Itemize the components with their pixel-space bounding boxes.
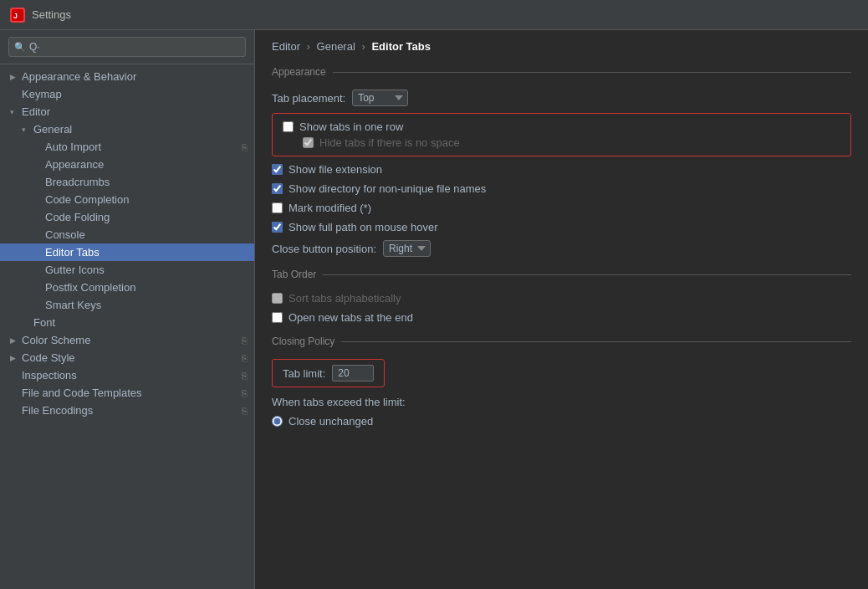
show-tabs-row-box: 不勾选 Show tabs in one row Hide tabs if th… xyxy=(272,113,851,156)
copy-icon: ⎘ xyxy=(242,335,248,346)
sidebar: 🔍 ▶ Appearance & Behavior Keymap ▾ Edito… xyxy=(0,30,255,589)
svg-text:J: J xyxy=(13,12,18,20)
sort-alphabetically-label[interactable]: Sort tabs alphabetically xyxy=(288,292,401,305)
show-full-path-label[interactable]: Show full path on mouse hover xyxy=(288,221,438,233)
arrow-icon: ▶ xyxy=(10,336,22,345)
sidebar-item-file-code-templates[interactable]: File and Code Templates ⎘ xyxy=(0,384,254,402)
close-unchanged-label[interactable]: Close unchanged xyxy=(288,415,373,428)
open-new-tabs-row: Open new tabs at the end xyxy=(272,311,851,324)
tab-limit-box: Tab limit: xyxy=(272,359,385,387)
show-full-path-row: Show full path on mouse hover xyxy=(272,221,851,233)
show-directory-checkbox[interactable] xyxy=(272,183,283,194)
sidebar-item-inspections[interactable]: Inspections ⎘ xyxy=(0,366,254,384)
show-directory-label[interactable]: Show directory for non-unique file names xyxy=(288,182,486,195)
sidebar-item-file-encodings[interactable]: File Encodings ⎘ xyxy=(0,402,254,419)
sidebar-item-editor[interactable]: ▾ Editor xyxy=(0,103,254,120)
close-button-row: Close button position: Right Left None xyxy=(272,240,851,257)
sidebar-item-editor-tabs[interactable]: Editor Tabs xyxy=(0,243,254,261)
copy-icon: ⎘ xyxy=(242,388,248,398)
title-bar: J Settings xyxy=(0,0,868,30)
sidebar-item-code-folding[interactable]: Code Folding xyxy=(0,208,254,226)
when-tabs-exceed-label: When tabs exceed the limit: xyxy=(272,396,851,408)
open-new-tabs-checkbox[interactable] xyxy=(272,312,283,323)
close-unchanged-radio[interactable] xyxy=(272,416,283,427)
open-new-tabs-label[interactable]: Open new tabs at the end xyxy=(288,311,413,324)
sort-alphabetically-row: Sort tabs alphabetically xyxy=(272,292,851,305)
breadcrumb-sep-1: › xyxy=(307,40,310,53)
sidebar-item-smart-keys[interactable]: Smart Keys xyxy=(0,296,254,314)
content-area: Editor › General › Editor Tabs Appearanc… xyxy=(255,30,868,589)
sidebar-item-breadcrumbs[interactable]: Breadcrumbs xyxy=(0,173,254,191)
copy-icon: ⎘ xyxy=(242,371,248,381)
show-full-path-checkbox[interactable] xyxy=(272,222,283,233)
hide-tabs-label[interactable]: Hide tabs if there is no space xyxy=(319,136,460,149)
sidebar-item-general[interactable]: ▾ General xyxy=(0,120,254,138)
breadcrumb-editor: Editor xyxy=(272,40,300,53)
hide-tabs-checkbox[interactable] xyxy=(303,137,314,148)
sidebar-item-appearance-behavior[interactable]: ▶ Appearance & Behavior xyxy=(0,68,254,85)
breadcrumb-sep-2: › xyxy=(361,40,365,53)
close-button-label: Close button position: xyxy=(272,243,376,255)
copy-icon: ⎘ xyxy=(242,353,248,363)
sidebar-item-gutter-icons[interactable]: Gutter Icons xyxy=(0,261,254,279)
sidebar-item-keymap[interactable]: Keymap xyxy=(0,85,254,103)
show-file-extension-checkbox[interactable] xyxy=(272,164,283,175)
sidebar-item-font[interactable]: Font xyxy=(0,314,254,331)
tab-placement-row: Tab placement: Top Left Bottom Right xyxy=(272,90,851,106)
arrow-icon: ▶ xyxy=(10,354,22,362)
hide-tabs-row: Hide tabs if there is no space xyxy=(303,136,840,149)
sidebar-item-code-style[interactable]: ▶ Code Style ⎘ xyxy=(0,349,254,366)
mark-modified-label[interactable]: Mark modified (*) xyxy=(288,202,371,214)
copy-icon: ⎘ xyxy=(242,142,248,152)
breadcrumb: Editor › General › Editor Tabs xyxy=(255,30,868,59)
sidebar-item-appearance[interactable]: Appearance xyxy=(0,156,254,173)
sidebar-item-color-scheme[interactable]: ▶ Color Scheme ⎘ xyxy=(0,331,254,349)
breadcrumb-editor-tabs: Editor Tabs xyxy=(371,40,431,53)
search-icon: 🔍 xyxy=(14,42,26,53)
sidebar-item-code-completion[interactable]: Code Completion xyxy=(0,191,254,208)
tab-order-section-header: Tab Order xyxy=(272,269,851,280)
closing-policy-section-header: Closing Policy xyxy=(272,335,851,347)
arrow-icon: ▾ xyxy=(22,125,33,134)
show-tabs-label[interactable]: Show tabs in one row xyxy=(299,120,403,133)
sidebar-item-postfix-completion[interactable]: Postfix Completion xyxy=(0,279,254,296)
sidebar-item-console[interactable]: Console xyxy=(0,226,254,243)
close-button-select[interactable]: Right Left None xyxy=(383,240,431,257)
tab-limit-label: Tab limit: xyxy=(283,367,325,380)
mark-modified-row: Mark modified (*) xyxy=(272,202,851,214)
sidebar-tree: ▶ Appearance & Behavior Keymap ▾ Editor … xyxy=(0,64,254,589)
show-directory-row: Show directory for non-unique file names xyxy=(272,182,851,195)
tab-placement-label: Tab placement: xyxy=(272,92,345,105)
mark-modified-checkbox[interactable] xyxy=(272,202,283,213)
show-tabs-row: Show tabs in one row xyxy=(283,120,840,133)
close-unchanged-row: Close unchanged xyxy=(272,415,851,428)
settings-content: Appearance Tab placement: Top Left Botto… xyxy=(255,59,868,589)
tab-placement-select[interactable]: Top Left Bottom Right xyxy=(352,90,408,106)
show-file-extension-row: Show file extension xyxy=(272,163,851,176)
show-file-extension-label[interactable]: Show file extension xyxy=(288,163,382,176)
main-layout: 🔍 ▶ Appearance & Behavior Keymap ▾ Edito… xyxy=(0,30,868,589)
appearance-section-header: Appearance xyxy=(272,66,851,78)
arrow-icon: ▶ xyxy=(10,73,22,81)
tab-limit-input[interactable] xyxy=(332,365,374,382)
copy-icon: ⎘ xyxy=(242,406,248,416)
sort-alphabetically-checkbox[interactable] xyxy=(272,293,283,304)
search-area: 🔍 xyxy=(0,30,254,64)
breadcrumb-general: General xyxy=(317,40,355,53)
arrow-icon: ▾ xyxy=(10,108,22,116)
search-input[interactable] xyxy=(8,37,246,57)
sidebar-item-auto-import[interactable]: Auto Import ⎘ xyxy=(0,138,254,156)
app-icon: J xyxy=(10,8,25,23)
show-tabs-checkbox[interactable] xyxy=(283,121,294,132)
window-title: Settings xyxy=(32,8,71,21)
